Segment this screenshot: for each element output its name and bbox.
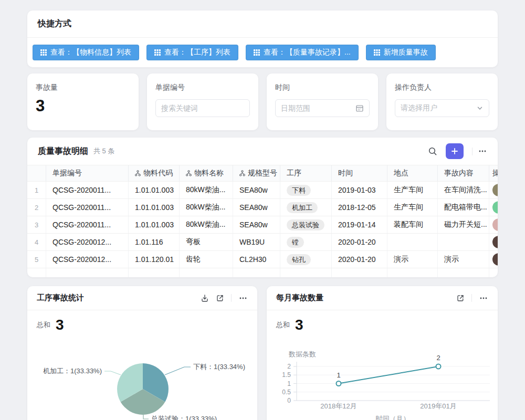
table-cell: 2018-12-05 [332, 199, 387, 216]
pie-card-header: 工序事故统计 [27, 286, 257, 310]
add-record-button[interactable] [446, 143, 464, 159]
table-cell: 2020-01-20 [332, 251, 387, 268]
keyword-input[interactable] [161, 104, 244, 112]
shortcut-button-3[interactable]: 新增质量事故 [366, 45, 436, 60]
column-header[interactable]: 操作负责人 [489, 165, 498, 181]
table-cell [489, 234, 498, 250]
table-row[interactable]: 4QCSG-2020012...1.01.116弯板WB19U镗2020-01-… [27, 234, 498, 251]
table-cell [233, 268, 280, 277]
table-cell: 生产车间 [387, 182, 438, 198]
column-header[interactable]: 地点 [387, 165, 438, 181]
table-toolbar: 质量事故明细 共 5 条 [27, 138, 498, 165]
table-cell: 1 [27, 182, 46, 198]
svg-text:0: 0 [287, 397, 291, 404]
table-row[interactable]: 2QCSG-2020011...1.01.01.00380kW柴油...SEA8… [27, 199, 498, 216]
table-row[interactable]: 3QCSG-2020011...1.01.01.00380kW柴油...SEA8… [27, 216, 498, 234]
actions-divider [231, 294, 232, 302]
table-cell: 1.01.01.003 [129, 216, 180, 233]
table-cell: 3 [27, 216, 46, 233]
table-cell: 钻孔 [280, 251, 332, 268]
shortcut-button-0[interactable]: 查看：【物料信息】列表 [33, 45, 139, 60]
table-cell: 2 [27, 199, 46, 216]
line-total-row: 总和 3 [267, 310, 498, 333]
table-title: 质量事故明细 [38, 146, 88, 157]
avatar [492, 218, 498, 231]
table-cell [489, 268, 498, 277]
keyword-input-wrap[interactable] [155, 99, 250, 117]
table-cell: 1.01.01.003 [129, 182, 180, 198]
table-cell [180, 268, 233, 277]
table-header-row: 单据编号物料代码物料名称规格型号工序时间地点事故内容操作负责人 [27, 165, 498, 182]
more-icon[interactable] [479, 293, 488, 303]
svg-text:下料：1(33.34%): 下料：1(33.34%) [193, 363, 245, 371]
svg-text:1.5: 1.5 [282, 371, 291, 379]
table-cell: 在车间清洗... [438, 182, 489, 198]
svg-text:2019年01月: 2019年01月 [420, 402, 456, 410]
open-fullscreen-icon[interactable] [216, 294, 224, 302]
column-header[interactable] [27, 165, 46, 181]
download-icon[interactable] [201, 294, 209, 302]
column-header[interactable]: 单据编号 [46, 165, 129, 181]
table-cell: 1.01.120.01 [129, 251, 180, 268]
table-cell: 2019-01-14 [332, 216, 387, 233]
table-cell: 80kW柴油... [180, 216, 233, 233]
filter-card-date: 时间 [267, 74, 378, 130]
table-cell [489, 182, 498, 198]
more-icon[interactable] [238, 293, 248, 303]
stat-label: 事故量 [36, 83, 130, 92]
table-cell [27, 268, 46, 277]
grid-icon [374, 49, 380, 56]
grid-icon [154, 49, 161, 56]
shortcut-button-label: 查看：【质量事故记录】... [264, 48, 351, 57]
date-input-wrap[interactable] [275, 99, 370, 117]
stat-value: 3 [36, 97, 130, 116]
table-cell: 配电箱带电... [438, 199, 489, 216]
table-cell: 弯板 [180, 234, 233, 250]
svg-text:0.5: 0.5 [282, 388, 291, 396]
callout-line [165, 367, 191, 375]
chevron-down-icon [476, 104, 484, 112]
column-header[interactable]: 时间 [332, 165, 387, 181]
user-select[interactable]: 请选择用户 [395, 99, 489, 117]
process-tag: 下料 [287, 185, 311, 196]
more-icon[interactable] [478, 146, 487, 156]
column-header[interactable]: 工序 [280, 165, 332, 181]
filter-card-user: 操作负责人 请选择用户 [386, 74, 498, 130]
line-card-header: 每月事故数量 [267, 286, 498, 310]
callout-line [104, 371, 121, 375]
svg-text:2: 2 [436, 354, 440, 362]
process-tag: 镗 [287, 237, 304, 248]
date-range-input[interactable] [281, 104, 355, 112]
table-row[interactable]: 1QCSG-2020011...1.01.01.00380kW柴油...SEA8… [27, 182, 498, 199]
column-header[interactable]: 事故内容 [438, 165, 489, 181]
avatar [492, 253, 498, 266]
plus-icon [451, 148, 458, 155]
table-cell: WB19U [233, 234, 280, 250]
table-cell [46, 268, 129, 277]
table-cell [332, 268, 387, 277]
column-header[interactable]: 物料代码 [129, 165, 180, 181]
table-cell [438, 234, 489, 250]
table-row[interactable]: 5QCSG-2020012...1.01.120.01齿轮CL2H30钻孔202… [27, 251, 498, 268]
open-fullscreen-icon[interactable] [456, 294, 465, 302]
shortcut-button-1[interactable]: 查看：【工序】列表 [146, 45, 238, 60]
svg-text:2: 2 [287, 363, 291, 370]
table-cell: 4 [27, 234, 46, 250]
column-header[interactable]: 规格型号 [233, 165, 280, 181]
monthly-accidents-card: 每月事故数量 总和 3 数据条数00.511.522018年12月2019年01… [267, 286, 498, 420]
avatar [492, 184, 498, 196]
shortcut-button-2[interactable]: 查看：【质量事故记录】... [246, 45, 359, 60]
table-cell [387, 268, 438, 277]
process-tag: 机加工 [287, 202, 318, 213]
data-point[interactable] [436, 364, 441, 369]
table-cell [438, 268, 489, 277]
pie-total-label: 总和 [37, 320, 50, 330]
data-point[interactable] [337, 381, 341, 386]
filter-card-keyword: 单据编号 [147, 74, 258, 130]
search-icon[interactable] [428, 146, 437, 156]
shortcuts-card: 快捷方式 查看：【物料信息】列表查看：【工序】列表查看：【质量事故记录】...新… [27, 10, 498, 67]
shortcut-buttons: 查看：【物料信息】列表查看：【工序】列表查看：【质量事故记录】...新增质量事故 [27, 38, 498, 67]
table-cell: 80kW柴油... [180, 182, 233, 198]
column-header[interactable]: 物料名称 [180, 165, 233, 181]
line-total-label: 总和 [276, 320, 290, 330]
